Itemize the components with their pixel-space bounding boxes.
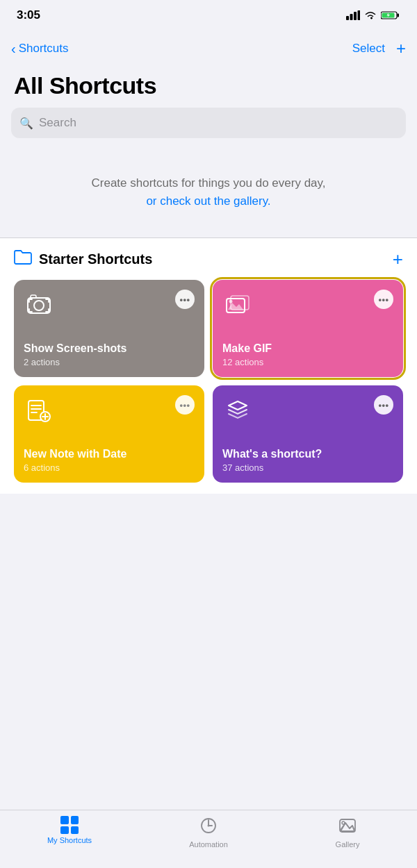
search-bar[interactable]: 🔍 Search: [11, 108, 406, 138]
card-title-screenshots: Show Screen-shots: [24, 342, 195, 355]
shortcut-card-show-screenshots[interactable]: ••• Show Screen-shots 2 actions: [14, 280, 204, 377]
page-title: All Shortcuts: [14, 72, 403, 99]
card-bottom: What's a shortcut? 37 actions: [222, 447, 393, 473]
card-top: •••: [222, 290, 393, 320]
shortcuts-grid: ••• Show Screen-shots 2 actions: [14, 280, 403, 483]
starter-header-left: Starter Shortcuts: [14, 249, 152, 269]
nav-bar: ‹ Shortcuts Select +: [0, 31, 417, 67]
status-time: 3:05: [17, 8, 40, 22]
svg-rect-0: [346, 16, 349, 20]
automation-icon: [199, 816, 218, 838]
search-container: 🔍 Search: [0, 108, 417, 147]
card-more-button-note[interactable]: •••: [175, 395, 195, 415]
card-more-button-gif[interactable]: •••: [374, 290, 393, 309]
starter-section-title: Starter Shortcuts: [39, 251, 152, 267]
svg-rect-1: [350, 14, 353, 20]
tab-bar: My Shortcuts Automation Gallery: [0, 810, 417, 868]
back-label: Shortcuts: [19, 42, 69, 56]
back-button[interactable]: ‹ Shortcuts: [11, 42, 68, 56]
select-button[interactable]: Select: [352, 42, 385, 56]
nav-actions: Select +: [352, 40, 406, 57]
svg-point-8: [34, 301, 44, 310]
svg-rect-9: [31, 295, 36, 298]
tab-my-shortcuts-label: My Shortcuts: [47, 836, 92, 844]
shortcut-card-make-gif[interactable]: ••• Make GIF 12 actions: [213, 280, 403, 377]
gallery-link[interactable]: or check out the gallery.: [146, 194, 270, 208]
card-more-button-screenshots[interactable]: •••: [175, 290, 195, 309]
card-more-button-shortcut[interactable]: •••: [374, 395, 393, 415]
card-bottom: New Note with Date 6 actions: [24, 447, 195, 473]
svg-rect-2: [354, 12, 357, 20]
card-top: •••: [24, 290, 195, 320]
camera-viewfinder-icon: [24, 290, 54, 320]
starter-section: Starter Shortcuts +: [0, 238, 417, 494]
search-placeholder: Search: [39, 116, 76, 130]
svg-point-21: [208, 825, 210, 827]
tab-my-shortcuts[interactable]: My Shortcuts: [0, 816, 139, 844]
card-bottom: Show Screen-shots 2 actions: [24, 342, 195, 367]
svg-rect-3: [358, 10, 361, 20]
page-title-section: All Shortcuts: [0, 67, 417, 108]
tab-automation[interactable]: Automation: [139, 816, 278, 849]
card-bottom: Make GIF 12 actions: [222, 342, 393, 367]
svg-rect-5: [398, 14, 400, 17]
card-top: •••: [24, 395, 195, 426]
card-subtitle-shortcut: 37 actions: [222, 462, 393, 473]
add-starter-button[interactable]: +: [393, 250, 403, 268]
back-chevron-icon: ‹: [11, 42, 16, 56]
layers-icon: [222, 395, 253, 426]
folder-icon: [14, 249, 32, 269]
photo-gallery-icon: [222, 290, 253, 320]
add-shortcut-button[interactable]: +: [396, 40, 406, 57]
tab-gallery[interactable]: Gallery: [278, 816, 417, 849]
my-shortcuts-grid-icon: [60, 816, 79, 834]
wifi-icon: [364, 10, 377, 20]
card-title-gif: Make GIF: [222, 342, 393, 355]
starter-header: Starter Shortcuts +: [14, 249, 403, 269]
card-subtitle-screenshots: 2 actions: [24, 357, 195, 367]
battery-icon: [381, 10, 400, 20]
gallery-tab-icon: [338, 816, 357, 838]
card-title-shortcut: What's a shortcut?: [222, 447, 393, 460]
status-bar: 3:05: [0, 0, 417, 31]
signal-icon: [346, 10, 360, 20]
tab-gallery-label: Gallery: [336, 840, 360, 849]
status-icons: [346, 10, 400, 20]
card-subtitle-gif: 12 actions: [222, 357, 393, 367]
card-top: •••: [222, 395, 393, 426]
card-subtitle-note: 6 actions: [24, 462, 195, 473]
empty-state: Create shortcuts for things you do every…: [0, 147, 417, 237]
search-icon: 🔍: [19, 117, 33, 130]
svg-point-23: [342, 821, 345, 824]
svg-point-12: [229, 300, 233, 303]
shortcut-card-whats-shortcut[interactable]: ••• What's a shortcut? 37 actions: [213, 385, 403, 483]
shortcut-card-new-note[interactable]: ••• New Note with Date 6 actions: [14, 385, 204, 483]
tab-automation-label: Automation: [189, 840, 228, 849]
empty-state-text: Create shortcuts for things you do every…: [21, 174, 396, 210]
note-add-icon: [24, 395, 54, 426]
card-title-note: New Note with Date: [24, 447, 195, 460]
